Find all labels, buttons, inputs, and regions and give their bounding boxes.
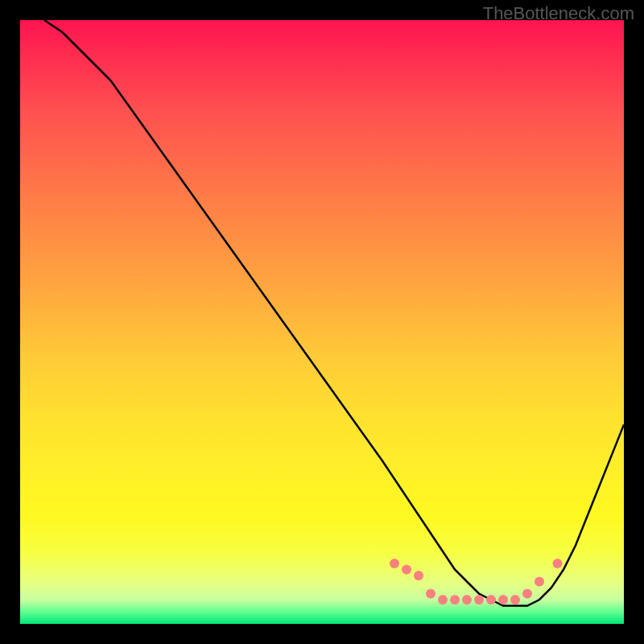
data-marker: [438, 595, 448, 605]
data-marker: [510, 595, 520, 605]
data-marker: [535, 577, 544, 587]
data-marker: [498, 595, 508, 605]
data-marker: [462, 595, 472, 605]
curve-group: [44, 20, 624, 606]
watermark-text: TheBottleneck.com: [483, 3, 634, 24]
plot-area: [20, 20, 624, 624]
data-marker: [426, 589, 436, 599]
data-marker: [402, 565, 411, 575]
data-marker: [390, 559, 399, 568]
data-marker: [474, 595, 484, 605]
curve-line: [44, 20, 624, 606]
chart-svg: [20, 20, 624, 624]
data-marker: [486, 595, 496, 605]
data-marker: [553, 559, 563, 568]
data-marker: [414, 571, 423, 580]
data-marker: [522, 589, 532, 599]
data-marker: [450, 595, 460, 605]
markers-group: [390, 559, 563, 605]
